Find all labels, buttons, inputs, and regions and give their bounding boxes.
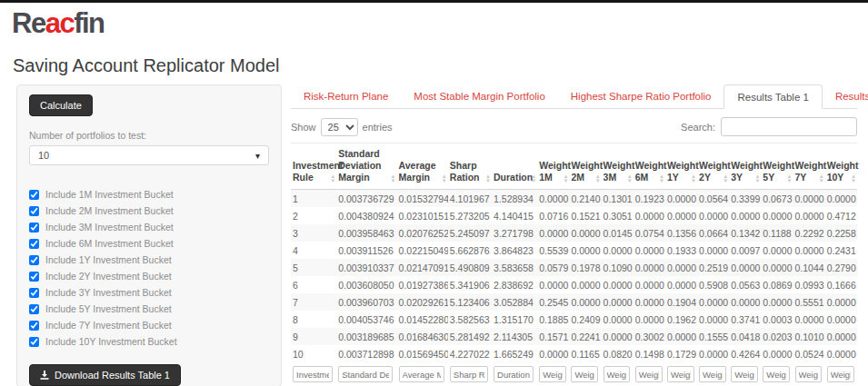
column-filter-input[interactable] <box>731 366 758 382</box>
column-filter-input[interactable] <box>795 366 823 382</box>
column-header[interactable]: Weight 10Y▲▼ <box>825 144 857 190</box>
column-header[interactable]: Duration▲▼ <box>492 144 537 190</box>
bucket-checkbox[interactable] <box>29 272 39 282</box>
table-cell: 0.2545 <box>537 293 569 311</box>
table-cell: 0.004053746 <box>336 311 396 328</box>
table-cell: 0.2431 <box>825 242 857 259</box>
portfolio-count-select[interactable]: 10 ▾ <box>29 145 269 165</box>
table-cell: 0.1498 <box>634 345 665 362</box>
download-results-1-button[interactable]: Download Results Table 1 <box>29 364 181 386</box>
table-cell: 0.0000 <box>825 328 857 345</box>
bucket-checkbox-row[interactable]: Include 3Y Investment Bucket <box>29 287 269 298</box>
bucket-checkbox[interactable] <box>29 321 39 331</box>
column-filter-input[interactable] <box>827 366 854 382</box>
table-cell: 1 <box>291 190 336 208</box>
table-cell: 0.0000 <box>634 242 665 259</box>
column-filter-input[interactable] <box>667 366 694 382</box>
column-filter-input[interactable] <box>763 366 790 382</box>
column-filter-input[interactable] <box>635 366 663 382</box>
table-cell: 0.5539 <box>537 242 569 259</box>
search-input[interactable] <box>721 117 857 136</box>
column-header[interactable]: Sharp Ration▲▼ <box>448 144 492 190</box>
column-header[interactable]: Weight 1Y▲▼ <box>665 144 697 190</box>
column-header[interactable]: Weight 6M▲▼ <box>634 144 665 190</box>
column-filter-input[interactable] <box>571 366 598 382</box>
table-cell: 0.003911526 <box>336 242 396 259</box>
bucket-checkbox[interactable] <box>29 190 39 200</box>
bucket-checkbox[interactable] <box>29 255 39 265</box>
bucket-checkbox[interactable] <box>29 288 39 298</box>
table-cell: 0.3002 <box>634 328 665 345</box>
table-cell: 0.0820 <box>602 345 634 362</box>
bucket-checkbox-row[interactable]: Include 2Y Investment Bucket <box>29 271 269 282</box>
column-filter-input[interactable] <box>604 366 631 382</box>
table-cell: 0.0000 <box>793 242 825 259</box>
bucket-checkbox-row[interactable]: Include 6M Investment Bucket <box>29 238 269 249</box>
page-title: Saving Account Replicator Model <box>13 55 868 76</box>
column-header[interactable]: Investment Rule▲▼ <box>291 144 336 190</box>
calculate-button[interactable]: Calculate <box>29 94 93 116</box>
column-filter-input[interactable] <box>338 366 393 382</box>
tab-link[interactable]: Results Table 2 <box>823 84 868 107</box>
column-header[interactable]: Weight 1M▲▼ <box>537 144 569 190</box>
bucket-checkbox-row[interactable]: Include 1M Investment Bucket <box>29 189 269 200</box>
table-cell: 0.02215049 <box>397 242 448 259</box>
table-cell: 0.0664 <box>697 224 729 242</box>
table-cell: 0.1555 <box>697 328 729 345</box>
column-filter-input[interactable] <box>293 366 333 382</box>
column-header[interactable]: Weight 3M▲▼ <box>602 144 634 190</box>
filter-cell <box>665 362 697 385</box>
table-cell: 0.0000 <box>602 328 634 345</box>
tab-link[interactable]: Most Stable Margin Portfolio <box>401 84 557 107</box>
table-cell: 0.0000 <box>665 328 697 345</box>
table-cell: 0.01532794 <box>397 190 448 208</box>
bucket-checkbox[interactable] <box>29 206 39 216</box>
table-cell: 0.0000 <box>697 242 729 259</box>
results-area: Risk-Return PlaneMost Stable Margin Port… <box>291 84 857 386</box>
sort-icon: ▲▼ <box>754 174 760 183</box>
table-cell: 4 <box>291 242 336 259</box>
column-filter-input[interactable] <box>450 366 488 382</box>
table-cell: 0.4712 <box>825 207 857 224</box>
table-cell: 0.0000 <box>602 311 634 328</box>
sort-desc-icon: ▼ <box>723 179 728 183</box>
column-header[interactable]: Weight 5Y▲▼ <box>761 144 793 190</box>
bucket-checkbox-row[interactable]: Include 5Y Investment Bucket <box>29 303 269 314</box>
table-cell: 0.0203 <box>761 328 793 345</box>
page-length-select[interactable]: 25 <box>321 118 358 136</box>
table-cell: 0.0000 <box>602 276 634 293</box>
tab-link[interactable]: Highest Sharpe Ratio Portfolio <box>558 84 724 107</box>
column-header[interactable]: Weight 3Y▲▼ <box>729 144 761 190</box>
column-filter-input[interactable] <box>399 366 444 382</box>
top-bar <box>0 0 868 3</box>
sort-desc-icon: ▼ <box>391 179 396 183</box>
tab-link[interactable]: Results Table 1 <box>723 84 822 109</box>
bucket-checkbox[interactable] <box>29 304 39 314</box>
table-cell: 0.3741 <box>729 311 761 328</box>
column-filter-input[interactable] <box>494 366 534 382</box>
column-filter-input[interactable] <box>699 366 726 382</box>
sort-desc-icon: ▼ <box>330 179 335 183</box>
bucket-checkbox-row[interactable]: Include 1Y Investment Bucket <box>29 254 269 265</box>
table-cell: 0.3051 <box>602 207 634 224</box>
table-cell: 0.01684630 <box>397 328 448 345</box>
bucket-checkbox-row[interactable]: Include 7Y Investment Bucket <box>29 320 269 331</box>
column-header[interactable]: Weight 2Y▲▼ <box>697 144 729 190</box>
bucket-checkbox-row[interactable]: Include 3M Investment Bucket <box>29 222 269 233</box>
table-cell: 0.2409 <box>569 311 601 328</box>
bucket-checkbox-label: Include 1Y Investment Bucket <box>45 254 172 265</box>
tab-link[interactable]: Risk-Return Plane <box>291 84 401 107</box>
column-header[interactable]: Average Margin▲▼ <box>397 144 448 190</box>
bucket-checkbox-row[interactable]: Include 2M Investment Bucket <box>29 205 269 216</box>
bucket-checkbox-row[interactable]: Include 10Y Investment Bucket <box>29 336 269 347</box>
column-header[interactable]: Standard Deviation Margin▲▼ <box>336 144 396 190</box>
column-filter-input[interactable] <box>539 366 566 382</box>
column-header[interactable]: Weight 2M▲▼ <box>569 144 601 190</box>
table-cell: 9 <box>291 328 336 345</box>
table-cell: 0.02029261 <box>397 293 448 311</box>
bucket-checkbox[interactable] <box>29 337 39 347</box>
column-header[interactable]: Weight 7Y▲▼ <box>793 144 825 190</box>
bucket-checkbox[interactable] <box>29 223 39 233</box>
table-cell: 0.0000 <box>793 190 825 208</box>
bucket-checkbox[interactable] <box>29 239 39 249</box>
